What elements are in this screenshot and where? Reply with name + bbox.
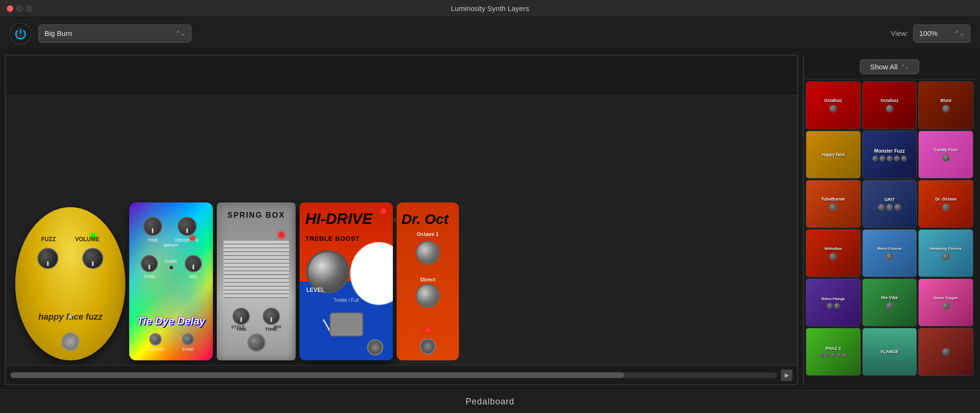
window-minimize-button[interactable] [16,5,23,12]
mix-label: MIX [189,274,197,279]
spring-footswitch[interactable] [247,334,266,352]
delay-mid-knobs: TONE DARK MIX [129,255,213,279]
effect-thumb-retro-chorus[interactable]: Retro Chorus [862,229,917,277]
volume-label: VOLUME [75,236,100,243]
retro-flange-label: Retro Flange [822,297,845,301]
flange-label: FLANGE [880,349,898,354]
dropdown-arrow-icon: ⌃⌄ [176,30,185,37]
effect-thumb-glass-tripper[interactable]: Glass Tripper [918,279,973,326]
hidrive-pedal-body: HI-DRIVE TREBLE BOOST LEVEL Treble / Ful… [300,202,393,360]
retro-chorus-label: Retro Chorus [877,246,902,251]
candy-fuzz-knob [942,154,950,162]
heavenly-chorus-label: Heavenly Chorus [930,246,961,251]
effect-thumb-happyface-row1[interactable]: Happy face [806,131,861,179]
effect-thumb-unknown2[interactable] [918,328,973,376]
panel-header: Show All ⌃⌄ [804,55,975,79]
show-all-button[interactable]: Show All ⌃⌄ [860,59,919,74]
effect-thumb-whitebox[interactable]: WhiteBox [806,229,861,277]
preset-dropdown[interactable]: Big Burn ⌃⌄ [38,24,191,43]
scroll-thumb[interactable] [11,372,624,378]
feedback-knob[interactable] [178,217,197,236]
feedback-label: FEEDBACK [175,238,199,243]
effect-thumb-heavenly-chorus[interactable]: Heavenly Chorus [918,229,973,277]
view-dropdown[interactable]: 100% ⌃⌄ [913,24,970,43]
octave-knob[interactable] [416,241,440,265]
octafuzz-thumb-knob [829,105,837,112]
glass-tripper-label: Glass Tripper [934,296,958,300]
effect-thumb-flange[interactable]: FLANGE [862,328,917,376]
tone-knob[interactable] [141,255,158,272]
show-all-label: Show All [870,63,898,71]
pedal-dr-octave[interactable]: Dr. Oct Octave 1 Direct [397,202,459,360]
fuzz-pedal-body: FUZZ VOLUME happy face fuzz [15,207,125,360]
bright-dark-selector[interactable] [169,266,173,269]
dr-octave-thumb-label: Dr. Octave [935,197,957,201]
effect-thumb-monster-fuzz[interactable]: Monster Fuzz [862,131,917,179]
toolbar: Big Burn ⌃⌄ View: 100% ⌃⌄ [0,17,980,50]
fuzz-knob[interactable] [37,248,58,269]
grit-label: GRIT [884,197,895,202]
effect-thumb-the-vibe[interactable]: the Vibe [862,279,917,326]
droct-footswitch[interactable] [420,338,436,355]
pedalboard-top-rail [6,56,797,94]
spring-style-label: STYLE [231,324,245,329]
droct-pedal-body: Dr. Oct Octave 1 Direct [397,202,459,360]
window-close-button[interactable] [7,5,13,12]
blunt-thumb-knob [942,105,950,112]
tube-burner-label: TubeBurner [821,197,845,201]
effect-thumb-grit[interactable]: GRIT [862,180,917,228]
view-dropdown-arrow-icon: ⌃⌄ [955,30,964,37]
sync-label: SYNC [182,347,194,352]
hidrive-selector-btn[interactable] [330,313,363,336]
fuzz-knobs [37,248,103,269]
effect-thumb-retro-flange[interactable]: Retro Flange [806,279,861,326]
retro-chorus-knob [886,253,893,260]
preset-value: Big Burn [45,29,72,37]
hidrive-footswitch[interactable] [367,339,383,356]
fuzz-knob-labels: FUZZ VOLUME [41,236,100,243]
view-label: View: [891,29,908,37]
effect-thumb-phaz2[interactable]: PHAZ 2 [806,328,861,376]
right-panel: Show All ⌃⌄ Octafuzz Octafuzz Blun [803,55,975,385]
pedal-spring-box[interactable]: SPRING BOX TIME TONE ST [217,202,296,360]
delay-pedal-name: Tie Dye Delay [129,315,213,327]
pedal-hi-drive[interactable]: HI-DRIVE TREBLE BOOST LEVEL Treble / Ful… [300,202,393,360]
effect-thumb-octafuzz[interactable]: Octafuzz [806,81,861,129]
delay-led [190,236,195,241]
scroll-right-button[interactable]: ▶ [781,369,792,381]
main-content: FUZZ VOLUME happy face fuzz [0,50,980,390]
dr-octave-thumb-knob [942,203,950,211]
delay-switches: LISTEN SYNC [129,333,213,352]
effect-thumb-blunt[interactable]: Blunt [918,81,973,129]
vibe-knob [886,302,893,310]
octafuzz-thumb-label: Octafuzz [824,98,843,103]
scroll-track[interactable] [11,372,777,378]
direct-knob[interactable] [416,284,440,308]
mix-knob[interactable] [185,255,202,272]
effect-thumb-candy-fuzz[interactable]: Candy Fuzz [918,131,973,179]
title-bar: Luminosity Synth Layers [0,0,980,17]
effect-thumb-tube-burner[interactable]: TubeBurner [806,180,861,228]
hidrive-level-label: LEVEL [306,287,325,293]
power-button[interactable] [10,22,32,45]
time-knob[interactable] [143,217,162,236]
grit-knobs [878,204,901,211]
pedal-tie-dye-delay[interactable]: TIME FEEDBACK BRIGHT TONE [129,202,213,360]
view-value: 100% [919,29,937,37]
sync-switch[interactable] [182,333,194,346]
fuzz-label: FUZZ [41,236,56,243]
fuzz-footswitch[interactable] [61,333,79,351]
effect-thumb-dr-octave[interactable]: Dr. Octave [918,180,973,228]
spring-led [278,232,284,238]
listen-switch[interactable] [149,333,162,346]
effect-thumb-octafuzz2[interactable]: Octafuzz [862,81,917,129]
whitebox-knob [829,253,837,260]
spring-time-knob[interactable] [233,308,250,325]
blunt-thumb-label: Blunt [940,98,951,103]
pedals-container: FUZZ VOLUME happy face fuzz [6,94,797,365]
monster-fuzz-knobs [872,156,907,161]
spring-tone-knob[interactable] [263,308,280,325]
pedal-happy-face-fuzz[interactable]: FUZZ VOLUME happy face fuzz [15,207,125,360]
window-maximize-button[interactable] [26,5,33,12]
volume-knob[interactable] [82,248,103,269]
